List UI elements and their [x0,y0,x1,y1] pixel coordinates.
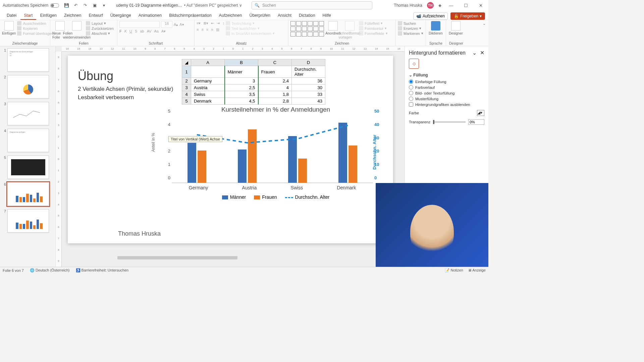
justify-icon: ≡ [211,27,213,32]
thumb-2[interactable] [7,75,49,99]
record-button[interactable]: 📹 Aufzeichnen [413,12,448,20]
bar-frauen-Swiss[interactable] [298,159,307,183]
color-label: Farbe [409,111,419,115]
layout-button[interactable]: Layout ▾ [86,21,114,25]
qat-more-icon[interactable]: ▾ [101,3,107,8]
opt-pattern[interactable]: Musterfüllung [409,97,484,101]
toggle-switch-icon[interactable] [50,3,59,8]
language-status[interactable]: 🌐 Deutsch (Österreich) [30,268,70,273]
bar-frauen-Austria[interactable] [248,129,257,183]
tab-hilfe[interactable]: Hilfe [319,11,334,20]
tab-zeichnen[interactable]: Zeichnen [61,11,85,20]
transparency-value[interactable] [468,119,484,125]
thumb-5[interactable] [7,156,49,179]
horizontal-scrollbar[interactable] [117,255,317,260]
chart[interactable]: Kursteilnehmer in % der Anmeldungen Ante… [158,106,393,200]
case-button: Aa [154,29,158,34]
y-axis-title[interactable]: Anteil in % [151,133,156,152]
notes-button[interactable]: 📝 Notizen [445,268,463,273]
undo-icon[interactable]: ↶ [73,3,78,8]
find-button[interactable]: Suchen [398,21,423,25]
tab-einfuegen[interactable]: Einfügen [37,11,60,20]
user-name[interactable]: Thomas Hruska [394,3,422,8]
fill-category-icon[interactable]: ◇ [409,59,419,69]
thumb-6[interactable] [7,182,49,206]
italic-button: K [124,29,127,34]
maximize-button[interactable]: ☐ [461,3,471,8]
replace-button[interactable]: Ersetzen ▾ [398,26,423,31]
opt-hide-graphics[interactable]: Hintergrundgrafiken ausblenden [409,102,484,107]
bar-frauen-Germany[interactable] [198,150,206,183]
color-picker[interactable]: ◢▾ [477,110,484,116]
section-fuellung[interactable]: ⌄ Füllung [409,73,484,77]
bold-button: F [119,29,122,34]
paste-button[interactable]: Einfügen [2,21,16,35]
slide-editor[interactable]: 1615141312111098765432101234567891011121… [56,46,405,267]
transparency-slider[interactable] [433,121,466,123]
diamond-icon[interactable]: ◈ [438,3,441,8]
bar-frauen-Denmark[interactable] [348,145,357,183]
autosave-toggle[interactable]: Automatisches Speichern [3,3,59,8]
col-a[interactable]: A [191,59,225,66]
accessibility-status[interactable]: ♿ Barrierefreiheit: Untersuchen [76,268,129,273]
panel-title: Hintergrund formatieren ⌄✕ [409,50,484,56]
col-c[interactable]: C [258,59,292,66]
slide-counter[interactable]: Folie 6 von 7 [3,268,24,273]
present-icon[interactable]: ▣ [92,3,97,8]
shapes-gallery[interactable] [290,21,324,37]
thumb-4[interactable]: Diagramme einfügen [7,129,49,152]
bar-maenner-Germany[interactable] [187,143,196,183]
collapse-ribbon-button[interactable]: ⌄ [480,20,488,46]
opt-picture[interactable]: Bild- oder Texturfüllung [409,91,484,95]
select-button[interactable]: Markieren ▾ [398,31,423,36]
section-button[interactable]: Abschnitt ▾ [86,31,114,36]
slide-thumbnails[interactable]: 1Diagramme aus Excel einfügen•••••• 2 3 … [0,46,56,267]
data-table[interactable]: ◢ A B C D 1 Männer Frauen Durchschn. Alt… [182,59,325,105]
display-button[interactable]: 🖥 Anzeige [468,268,486,273]
chart-plot[interactable]: Anteil in % Durchschn. Alter 012345 0102… [172,116,373,183]
opt-solid[interactable]: Einfarbige Füllung [409,79,484,84]
underline-button: U [129,29,132,34]
tab-uebergaenge[interactable]: Übergänge [107,11,135,20]
tab-ansicht[interactable]: Ansicht [274,11,295,20]
reuse-slides-button[interactable]: Folien wiederverwenden [69,21,85,39]
font-size-input: 18 [161,21,172,28]
search-input[interactable]: 🔍 Suchen [252,1,372,9]
slide-canvas[interactable]: Übung 2 Vertikale Achsen (Primär, sekund… [68,56,393,243]
thumb-1[interactable]: Diagramme aus Excel einfügen•••••• [7,48,49,72]
corner-cell[interactable]: ◢ [182,59,191,66]
tab-start[interactable]: Start [20,11,36,20]
close-button[interactable]: ✕ [476,3,486,8]
document-title[interactable]: udemy 01-19 Diagramme einfügen… [116,3,182,8]
minimize-button[interactable]: — [446,3,456,8]
chart-title[interactable]: Kursteilnehmer in % der Anmeldungen [158,106,393,113]
tab-bildschirm[interactable]: Bildschirmpräsentation [166,11,215,20]
opt-gradient[interactable]: Farbverlauf [409,85,484,89]
bar-maenner-Denmark[interactable] [338,123,347,183]
thumb-7[interactable] [7,209,49,233]
save-icon[interactable]: 💾 [64,3,69,8]
reset-button[interactable]: Zurücksetzen [86,26,114,31]
bar-maenner-Austria[interactable] [238,149,247,183]
col-b[interactable]: B [225,59,258,66]
share-button[interactable]: 🔓 Freigeben ▾ [450,12,485,20]
thumb-3[interactable] [7,102,49,125]
quick-styles-button[interactable]: Schnellformat-vorlagen [342,21,358,39]
panel-options-icon[interactable]: ⌄ [472,50,477,56]
tab-ueberpruefen[interactable]: Überprüfen [246,11,274,20]
align-right-icon: ≡ [206,27,208,32]
col-d[interactable]: D [292,59,325,66]
dictate-button[interactable]: Diktieren [428,21,443,35]
tab-dictation[interactable]: Dictation [296,11,319,20]
tab-entwurf[interactable]: Entwurf [85,11,106,20]
bar-maenner-Swiss[interactable] [288,136,297,183]
tab-animationen[interactable]: Animationen [135,11,165,20]
designer-button[interactable]: Designer [448,21,464,35]
redo-icon[interactable]: ↷ [83,3,88,8]
tab-datei[interactable]: Datei [3,11,20,20]
avatar[interactable]: TH [427,2,434,9]
tab-aufzeichnen[interactable]: Aufzeichnen [216,11,246,20]
panel-close-icon[interactable]: ✕ [480,50,484,56]
slide-footer[interactable]: Thomas Hruska [118,230,161,237]
save-status[interactable]: • Auf "diesem PC" gespeichert ∨ [184,3,242,8]
